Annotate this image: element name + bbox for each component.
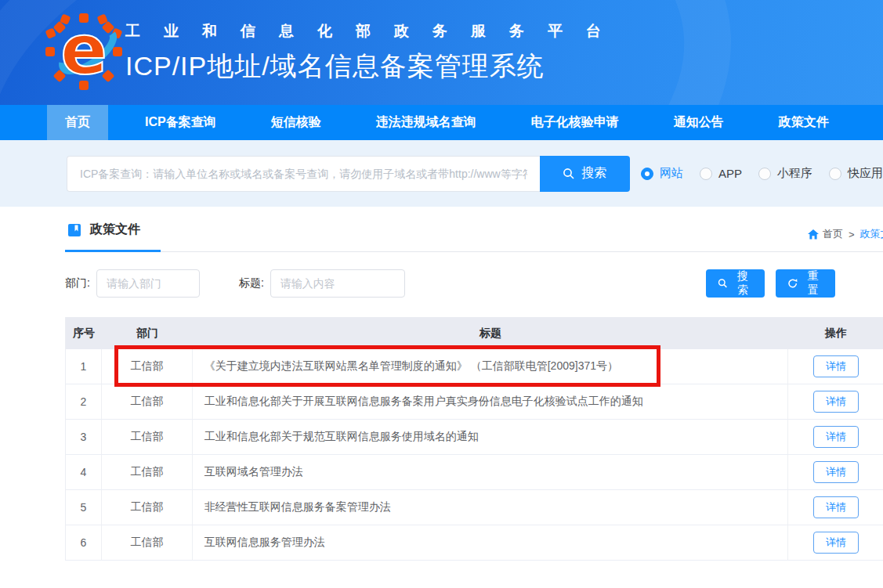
cell-title: 《关于建立境内违法互联网站黑名单管理制度的通知》 （工信部联电管[2009]37…	[193, 349, 788, 384]
radio-quickapp-icon	[829, 168, 841, 180]
radio-website-label: 网站	[660, 166, 683, 181]
nav-item-e-verification[interactable]: 电子化核验申请	[531, 105, 619, 140]
table-row: 1 工信部 《关于建立境内违法互联网站黑名单管理制度的通知》 （工信部联电管[2…	[66, 349, 883, 384]
icp-search-button-label: 搜索	[581, 165, 606, 182]
table-row: 3 工信部 工业和信息化部关于规范互联网信息服务使用域名的通知 详情	[66, 420, 883, 455]
filter-search-label: 搜索	[733, 269, 753, 298]
breadcrumb-separator: >	[849, 229, 855, 240]
icp-search-band: 搜索 网站 APP 小程序 快应用	[0, 140, 883, 207]
app-header: e 工业和信息化部政务服务平台 ICP/IP地址/域名信息备案管理系统	[0, 0, 883, 105]
header-title: 标题	[193, 326, 788, 341]
table-row: 2 工信部 工业和信息化部关于开展互联网信息服务备案用户真实身份信息电子化核验试…	[66, 384, 883, 420]
radio-website-icon	[641, 168, 653, 180]
policy-table: 序号 部门 标题 操作 1 工信部 《关于建立境内违法互联网站黑名单管理制度的通…	[65, 317, 883, 561]
radio-quickapp-label: 快应用	[848, 166, 883, 181]
nav-item-policy-files[interactable]: 政策文件	[779, 105, 829, 140]
platform-title: 工业和信息化部政务服务平台	[125, 21, 624, 41]
cell-title: 工业和信息化部关于开展互联网信息服务备案用户真实身份信息电子化核验试点工作的通知	[193, 384, 788, 419]
cell-index: 5	[66, 490, 102, 525]
tab-active-underline	[65, 250, 161, 252]
icp-search-button[interactable]: 搜索	[540, 156, 630, 192]
header-titles: 工业和信息化部政务服务平台 ICP/IP地址/域名信息备案管理系统	[125, 21, 624, 85]
query-type-group: 网站 APP 小程序 快应用	[641, 166, 883, 181]
radio-app-label: APP	[718, 167, 742, 180]
nav-item-home[interactable]: 首页	[47, 105, 108, 140]
document-icon	[67, 223, 81, 237]
header-dept: 部门	[102, 326, 193, 341]
radio-miniprogram-label: 小程序	[777, 166, 812, 181]
detail-button[interactable]: 详情	[813, 355, 859, 377]
cell-dept: 工信部	[102, 490, 193, 525]
section-divider	[65, 251, 883, 252]
cell-index: 1	[66, 349, 102, 384]
cell-title: 工业和信息化部关于规范互联网信息服务使用域名的通知	[193, 420, 788, 454]
radio-miniprogram-icon	[758, 168, 771, 180]
nav-item-icp-query[interactable]: ICP备案查询	[145, 105, 216, 140]
cell-dept: 工信部	[102, 525, 193, 560]
radio-app-icon	[700, 168, 712, 180]
system-title: ICP/IP地址/域名信息备案管理系统	[125, 49, 624, 85]
filter-reset-button[interactable]: 重置	[776, 269, 835, 298]
radio-app[interactable]: APP	[700, 167, 742, 180]
detail-button[interactable]: 详情	[813, 426, 859, 448]
detail-button[interactable]: 详情	[813, 532, 859, 554]
cell-dept: 工信部	[102, 420, 193, 454]
tab-policy-files[interactable]: 政策文件	[67, 222, 140, 238]
search-icon	[563, 168, 575, 180]
cell-dept: 工信部	[102, 349, 193, 384]
cell-index: 6	[66, 525, 102, 560]
radio-website[interactable]: 网站	[641, 166, 683, 181]
radio-quickapp[interactable]: 快应用	[829, 166, 883, 181]
detail-button[interactable]: 详情	[813, 391, 859, 413]
main-nav: 首页 ICP备案查询 短信核验 违法违规域名查询 电子化核验申请 通知公告 政策…	[0, 105, 883, 140]
dept-filter-label: 部门:	[65, 276, 90, 290]
nav-item-sms-verify[interactable]: 短信核验	[271, 105, 321, 140]
breadcrumb: 首页 > 政策文件	[808, 227, 883, 241]
cell-title: 互联网信息服务管理办法	[193, 525, 788, 560]
cell-index: 3	[66, 420, 102, 454]
filter-search-button[interactable]: 搜索	[706, 269, 765, 298]
nav-item-notices[interactable]: 通知公告	[674, 105, 724, 140]
filter-reset-label: 重置	[802, 269, 823, 298]
dept-filter-input[interactable]	[96, 269, 200, 298]
cell-title: 非经营性互联网信息服务备案管理办法	[193, 490, 788, 525]
header-index: 序号	[66, 326, 102, 341]
title-filter-input[interactable]	[270, 269, 405, 298]
home-icon	[808, 229, 819, 240]
icp-search-input[interactable]	[67, 156, 540, 192]
table-row: 4 工信部 互联网域名管理办法 详情	[66, 455, 883, 490]
title-filter-label: 标题:	[239, 276, 264, 290]
cell-index: 2	[66, 384, 102, 419]
main-content: 政策文件 首页 > 政策文件 部门: 标题: 搜索	[0, 207, 883, 588]
table-row: 5 工信部 非经营性互联网信息服务备案管理办法 详情	[66, 490, 883, 525]
header-op: 操作	[788, 326, 883, 341]
table-header-row: 序号 部门 标题 操作	[66, 317, 883, 349]
refresh-icon	[787, 278, 798, 289]
breadcrumb-home[interactable]: 首页	[808, 227, 843, 241]
breadcrumb-current: 政策文件	[860, 227, 883, 241]
detail-button[interactable]: 详情	[813, 496, 859, 518]
nav-item-illegal-domain-query[interactable]: 违法违规域名查询	[376, 105, 476, 140]
section-title: 政策文件	[90, 222, 140, 238]
detail-button[interactable]: 详情	[813, 461, 859, 483]
filter-row: 部门: 标题: 搜索 重置	[65, 269, 883, 298]
radio-miniprogram[interactable]: 小程序	[758, 166, 812, 181]
cell-dept: 工信部	[102, 455, 193, 489]
cell-index: 4	[66, 455, 102, 489]
miit-gear-logo-icon: e	[44, 12, 124, 92]
cell-title: 互联网域名管理办法	[193, 455, 788, 489]
svg-text:e: e	[60, 12, 107, 90]
breadcrumb-home-label: 首页	[823, 227, 843, 241]
cell-dept: 工信部	[102, 384, 193, 419]
search-icon	[718, 278, 728, 289]
table-row: 6 工信部 互联网信息服务管理办法 详情	[66, 525, 883, 561]
